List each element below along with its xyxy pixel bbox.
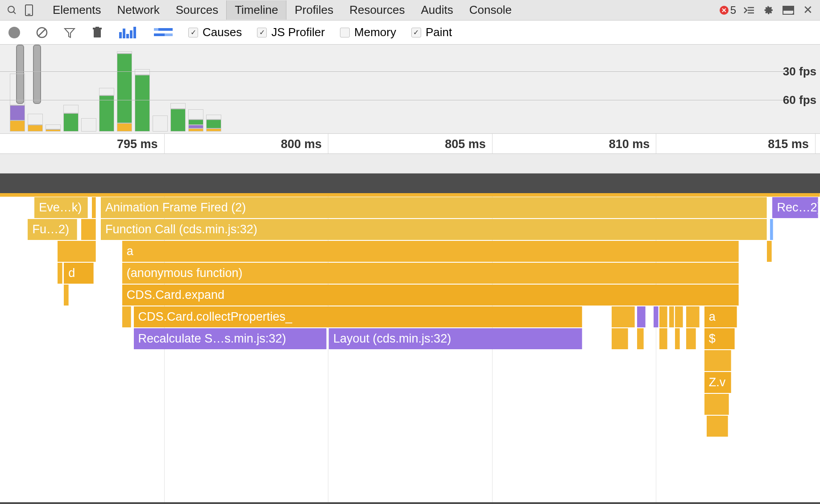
overview-pane[interactable]: 30 fps 60 fps <box>0 45 820 134</box>
checkbox-label: Causes <box>203 25 242 39</box>
tab-audits[interactable]: Audits <box>413 0 461 20</box>
svg-line-1 <box>13 12 16 14</box>
svg-rect-19 <box>126 34 129 38</box>
flame-event[interactable] <box>686 328 696 349</box>
flame-event[interactable] <box>770 219 773 240</box>
flame-event-collect-props[interactable]: CDS.Card.collectProperties_ <box>134 306 582 327</box>
flame-event-zv[interactable]: Z.v <box>704 372 732 393</box>
flame-event-function[interactable]: Fu…2) <box>28 219 77 240</box>
flame-event-event[interactable]: Eve…k) <box>34 197 87 218</box>
search-icon[interactable] <box>5 4 19 17</box>
device-icon[interactable] <box>22 4 36 17</box>
flame-event-card-expand[interactable]: CDS.Card.expand <box>122 285 739 306</box>
devtools-tabs: Elements Network Sources Timeline Profil… <box>45 0 520 20</box>
checkbox-icon <box>257 28 267 37</box>
flame-event[interactable] <box>64 285 69 306</box>
flame-event-recalc-style[interactable]: Rec…2) <box>772 197 818 218</box>
show-drawer-icon[interactable] <box>742 4 756 17</box>
flame-event[interactable] <box>0 193 820 197</box>
svg-rect-25 <box>165 33 173 36</box>
flame-event[interactable] <box>704 394 729 415</box>
flame-event-function-call[interactable]: Function Call (cds.min.js:32) <box>101 219 766 240</box>
flame-chart[interactable]: Eve…k) Animation Frame Fired (2) Rec…2) … <box>0 193 820 504</box>
svg-rect-16 <box>95 27 99 28</box>
flame-event-animation-frame[interactable]: Animation Frame Fired (2) <box>101 197 766 218</box>
tab-timeline[interactable]: Timeline <box>226 0 286 20</box>
svg-rect-18 <box>123 29 125 38</box>
overview-bars <box>10 51 820 132</box>
flame-event[interactable] <box>669 306 674 327</box>
flame-event-dollar[interactable]: $ <box>704 328 735 349</box>
flame-event[interactable] <box>58 263 62 284</box>
checkbox-causes[interactable]: Causes <box>188 25 242 39</box>
tab-elements[interactable]: Elements <box>45 0 109 20</box>
checkbox-paint[interactable]: Paint <box>411 25 452 39</box>
tab-network[interactable]: Network <box>109 0 167 20</box>
flame-event-d[interactable]: d <box>64 263 93 284</box>
devtools-tab-bar: Elements Network Sources Timeline Profil… <box>0 0 820 21</box>
flame-event[interactable]: a <box>704 306 737 327</box>
svg-marker-13 <box>65 29 75 37</box>
flame-event[interactable] <box>637 328 644 349</box>
settings-icon[interactable] <box>762 4 775 17</box>
svg-point-0 <box>8 6 14 12</box>
ruler-label: 815 ms <box>768 137 813 151</box>
flame-event[interactable] <box>686 306 699 327</box>
checkbox-icon <box>340 28 350 37</box>
flame-event[interactable] <box>637 306 645 327</box>
checkbox-jsprofiler[interactable]: JS Profiler <box>257 25 325 39</box>
flame-event[interactable] <box>92 197 96 218</box>
flame-event[interactable] <box>81 219 96 240</box>
ruler-label: 805 ms <box>445 137 490 151</box>
flame-event[interactable] <box>675 328 680 349</box>
checkbox-label: Paint <box>426 25 452 39</box>
record-button[interactable] <box>8 26 21 39</box>
dock-icon[interactable] <box>782 4 795 17</box>
cpu-band <box>0 154 820 174</box>
svg-rect-14 <box>94 29 101 37</box>
flame-event[interactable] <box>659 328 667 349</box>
flame-event[interactable] <box>659 306 667 327</box>
time-ruler[interactable]: 795 ms 800 ms 805 ms 810 ms 815 ms <box>0 134 820 154</box>
error-icon: ✕ <box>720 6 729 15</box>
flame-event[interactable] <box>612 306 634 327</box>
forbidden-icon[interactable] <box>36 26 48 39</box>
flame-event[interactable] <box>767 241 772 262</box>
fps-30-label: 30 fps <box>783 65 816 78</box>
tab-console[interactable]: Console <box>461 0 520 20</box>
flame-event-anonymous[interactable]: (anonymous function) <box>122 263 739 284</box>
tab-sources[interactable]: Sources <box>168 0 226 20</box>
tab-resources[interactable]: Resources <box>341 0 413 20</box>
svg-rect-9 <box>783 6 794 10</box>
close-devtools-icon[interactable]: ✕ <box>801 4 815 17</box>
flame-event-recalc[interactable]: Recalculate S…s.min.js:32) <box>134 328 327 349</box>
flame-event[interactable] <box>707 416 728 437</box>
svg-rect-23 <box>154 28 158 31</box>
checkbox-label: JS Profiler <box>271 25 325 39</box>
svg-rect-20 <box>130 30 133 38</box>
trash-icon[interactable] <box>91 26 104 39</box>
ruler-label: 810 ms <box>609 137 654 151</box>
flame-event[interactable] <box>654 306 658 327</box>
svg-line-12 <box>38 29 46 36</box>
error-count-button[interactable]: ✕ 5 <box>720 4 736 17</box>
fps-60-label: 60 fps <box>783 93 816 107</box>
checkbox-memory[interactable]: Memory <box>340 25 396 39</box>
tab-profiles[interactable]: Profiles <box>286 0 341 20</box>
flame-event-a[interactable]: a <box>122 241 739 262</box>
net-band <box>0 174 820 193</box>
flame-event[interactable] <box>58 241 96 262</box>
flame-view-icon[interactable] <box>153 26 173 39</box>
flame-event[interactable] <box>612 328 628 349</box>
error-count-label: 5 <box>730 4 736 17</box>
svg-rect-21 <box>133 27 136 38</box>
checkbox-icon <box>411 28 421 37</box>
frames-view-icon[interactable] <box>119 26 138 39</box>
flame-event[interactable] <box>122 306 131 327</box>
timeline-toolbar: Causes JS Profiler Memory Paint <box>0 21 820 45</box>
filter-icon[interactable] <box>63 26 76 39</box>
flame-event-layout[interactable]: Layout (cds.min.js:32) <box>329 328 582 349</box>
ruler-label: 800 ms <box>281 137 327 151</box>
flame-event[interactable] <box>675 306 683 327</box>
flame-event[interactable] <box>704 350 732 371</box>
